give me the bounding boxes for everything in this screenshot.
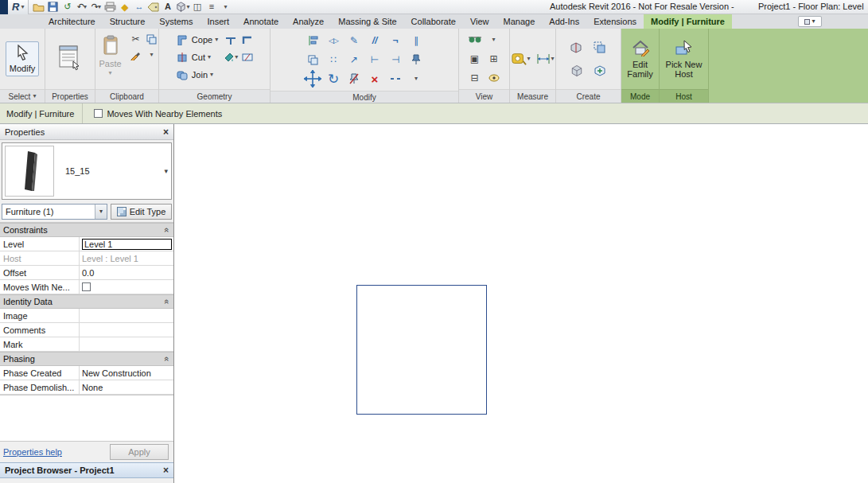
aligned-dimension-icon[interactable]: ↔ bbox=[132, 1, 146, 14]
mirror-pick-axis-icon[interactable]: ◁▷ bbox=[326, 33, 341, 48]
type-selector[interactable]: 15_15 ▾ bbox=[2, 142, 172, 200]
create-parts-icon[interactable] bbox=[570, 41, 584, 55]
panel-label-host[interactable]: Host bbox=[660, 89, 708, 103]
hide-isolate-dropdown-icon[interactable]: ▾ bbox=[487, 33, 501, 47]
panel-label-measure[interactable]: Measure bbox=[510, 89, 555, 103]
modify-tool-button[interactable]: Modify bbox=[6, 41, 39, 76]
move-icon[interactable] bbox=[303, 69, 322, 88]
create-assembly-icon[interactable] bbox=[593, 64, 607, 78]
moves-with-nearby-property-checkbox[interactable] bbox=[82, 282, 91, 291]
rotate-icon[interactable]: ↻ bbox=[324, 69, 343, 88]
tab-annotate[interactable]: Annotate bbox=[236, 14, 286, 29]
cope-button[interactable]: Cope ▾ bbox=[173, 31, 220, 48]
paste-options-icon[interactable]: ▾ bbox=[145, 48, 159, 62]
group-header-constraints[interactable]: Constraints « bbox=[0, 223, 173, 237]
cut-icon[interactable]: ✂ bbox=[129, 32, 143, 46]
application-menu-button[interactable]: R ▾ bbox=[8, 0, 29, 14]
measure-tape-icon[interactable]: ▾ bbox=[511, 52, 530, 66]
offset-value-field[interactable]: 0.0 bbox=[80, 266, 173, 279]
save-icon[interactable] bbox=[46, 1, 60, 14]
panel-label-create[interactable]: Create bbox=[556, 89, 621, 103]
paint-icon[interactable]: ▾ bbox=[224, 50, 238, 64]
checkbox-box[interactable] bbox=[94, 109, 103, 118]
close-icon[interactable]: × bbox=[163, 465, 169, 476]
paste-button[interactable]: Paste ▾ bbox=[95, 32, 125, 80]
reveal-hidden-elements-icon[interactable] bbox=[487, 71, 501, 85]
edit-family-button[interactable]: Edit Family bbox=[623, 36, 658, 82]
open-icon[interactable] bbox=[32, 1, 45, 14]
selected-furniture-element[interactable] bbox=[356, 285, 487, 415]
tab-view[interactable]: View bbox=[463, 14, 496, 29]
split-with-gap-icon[interactable] bbox=[388, 72, 403, 86]
ribbon-display-toggle[interactable]: ▾ bbox=[798, 16, 822, 27]
properties-palette-header[interactable]: Properties × bbox=[0, 124, 173, 140]
close-icon[interactable]: × bbox=[163, 127, 169, 138]
undo-icon[interactable]: ↶▾ bbox=[75, 1, 88, 14]
panel-label-geometry[interactable]: Geometry bbox=[159, 89, 270, 103]
mirror-draw-axis-icon[interactable]: ✎ bbox=[347, 33, 361, 48]
group-header-identity-data[interactable]: Identity Data « bbox=[0, 294, 173, 309]
panel-label-select[interactable]: Select ▾ bbox=[0, 89, 45, 103]
copy-element-icon[interactable] bbox=[306, 53, 320, 67]
beam-column-joins-icon[interactable] bbox=[224, 33, 238, 47]
trim-extend-multiple-icon[interactable]: ⊢ bbox=[388, 53, 403, 67]
measure-icon[interactable]: ◆ bbox=[118, 1, 131, 14]
phase-demolished-value-field[interactable]: None bbox=[80, 380, 173, 394]
temporary-hide-isolate-icon[interactable] bbox=[468, 33, 482, 47]
switch-windows-icon[interactable]: ▣ bbox=[468, 52, 482, 66]
section-icon[interactable]: ◫ bbox=[190, 1, 204, 14]
match-type-properties-icon[interactable] bbox=[129, 48, 143, 62]
tab-massing-site[interactable]: Massing & Site bbox=[331, 14, 403, 29]
wall-joins-icon[interactable] bbox=[240, 33, 255, 47]
element-filter-select[interactable]: Furniture (1) ▾ bbox=[2, 204, 107, 220]
collapse-icon[interactable]: « bbox=[162, 356, 172, 361]
tab-collaborate[interactable]: Collaborate bbox=[404, 14, 463, 29]
panel-label-modify[interactable]: Modify bbox=[271, 91, 458, 103]
trim-extend-corner-icon[interactable]: ¬ bbox=[388, 33, 403, 48]
align-icon[interactable] bbox=[306, 33, 320, 48]
create-similar-icon[interactable] bbox=[570, 64, 584, 78]
tab-structure[interactable]: Structure bbox=[103, 14, 153, 29]
customize-qat-icon[interactable]: ▾ bbox=[219, 1, 232, 14]
offset-icon[interactable]: ∥ bbox=[409, 33, 423, 48]
delete-icon[interactable]: × bbox=[368, 72, 382, 86]
unpin-icon[interactable] bbox=[347, 72, 361, 86]
tile-windows-icon[interactable]: ⊞ bbox=[487, 52, 501, 66]
moves-with-nearby-checkbox[interactable]: Moves With Nearby Elements bbox=[83, 109, 222, 119]
properties-help-link[interactable]: Properties help bbox=[3, 447, 62, 457]
close-hidden-windows-icon[interactable]: ⊟ bbox=[468, 71, 482, 85]
tab-systems[interactable]: Systems bbox=[152, 14, 200, 29]
synchronize-icon[interactable]: ↺ bbox=[60, 1, 74, 14]
panel-label-clipboard[interactable]: Clipboard bbox=[95, 89, 158, 103]
tab-manage[interactable]: Manage bbox=[496, 14, 543, 29]
edit-type-button[interactable]: Edit Type bbox=[111, 204, 172, 220]
default-3d-view-icon[interactable]: ▾ bbox=[175, 1, 189, 14]
aligned-dimension-icon[interactable]: ▾ bbox=[535, 53, 555, 65]
tab-insert[interactable]: Insert bbox=[200, 14, 237, 29]
tab-add-ins[interactable]: Add-Ins bbox=[542, 14, 586, 29]
tab-analyze[interactable]: Analyze bbox=[286, 14, 331, 29]
phase-created-value-field[interactable]: New Construction bbox=[80, 366, 173, 380]
text-icon[interactable]: A bbox=[161, 1, 174, 14]
pin-icon[interactable] bbox=[409, 53, 423, 67]
mark-value-field[interactable] bbox=[80, 337, 173, 351]
panel-label-view[interactable]: View bbox=[459, 89, 509, 103]
create-group-icon[interactable] bbox=[593, 41, 607, 55]
scale-icon[interactable]: ↗ bbox=[347, 53, 361, 67]
thin-lines-icon[interactable]: ≡ bbox=[204, 1, 218, 14]
chevron-down-icon[interactable]: ▾ bbox=[95, 204, 107, 219]
modify-more-icon[interactable]: ▾ bbox=[409, 72, 423, 86]
redo-icon[interactable]: ↷▾ bbox=[89, 1, 103, 14]
tab-extensions[interactable]: Extensions bbox=[586, 14, 644, 29]
project-browser-header[interactable]: Project Browser - Project1 × bbox=[0, 462, 173, 478]
collapse-icon[interactable]: « bbox=[162, 299, 172, 304]
pick-new-host-button[interactable]: Pick New Host bbox=[660, 36, 708, 82]
cut-button[interactable]: Cut ▾ bbox=[173, 49, 220, 65]
trim-extend-single-icon[interactable]: ⊢ bbox=[368, 53, 382, 67]
array-icon[interactable]: ∷ bbox=[326, 53, 341, 67]
copy-icon[interactable] bbox=[145, 32, 159, 46]
apply-button[interactable]: Apply bbox=[110, 444, 169, 460]
tab-modify-furniture[interactable]: Modify | Furniture bbox=[644, 14, 732, 29]
comments-value-field[interactable] bbox=[80, 323, 173, 337]
panel-label-mode[interactable]: Mode bbox=[621, 89, 659, 103]
